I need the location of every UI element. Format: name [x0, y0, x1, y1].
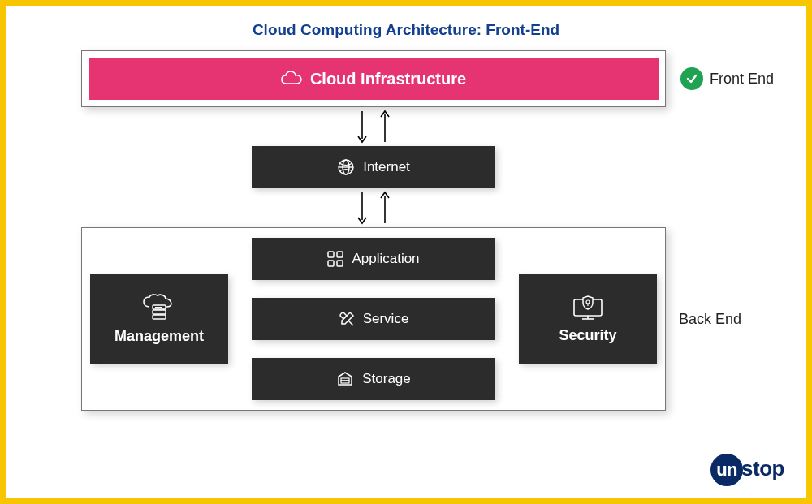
front-end-label: Front End [710, 71, 774, 88]
svg-rect-16 [337, 261, 343, 266]
diagram-frame: Cloud Computing Architecture: Front-End … [0, 0, 812, 504]
cloud-server-icon [141, 294, 177, 323]
internet-row: Internet [81, 146, 666, 188]
check-icon [680, 67, 703, 90]
svg-rect-19 [341, 381, 349, 383]
tools-icon [339, 311, 355, 327]
back-end-section: Management Application [81, 227, 666, 411]
cloud-infrastructure-box: Cloud Infrastructure [89, 58, 659, 100]
arrows-front-to-internet [81, 107, 666, 146]
brand-logo-text: stop [741, 456, 784, 480]
svg-rect-13 [328, 252, 334, 257]
arrow-up-icon [379, 191, 391, 225]
arrow-down-icon [356, 191, 368, 225]
back-end-label: Back End [666, 311, 741, 328]
management-box: Management [90, 274, 228, 364]
arrow-up-icon [379, 110, 391, 144]
storage-icon [336, 371, 354, 387]
back-end-row: Management Application [24, 227, 788, 411]
brand-logo: unstop [710, 454, 784, 486]
svg-line-17 [348, 321, 353, 325]
cloud-infrastructure-label: Cloud Infrastructure [310, 70, 466, 88]
front-end-row: Cloud Infrastructure Front End [24, 50, 788, 107]
globe-icon [337, 158, 355, 176]
apps-grid-icon [327, 251, 343, 267]
svg-rect-14 [337, 252, 343, 257]
svg-rect-15 [328, 261, 334, 266]
application-label: Application [352, 251, 419, 267]
back-center-stack: Application Service St [252, 238, 495, 400]
diagram-title: Cloud Computing Architecture: Front-End [24, 21, 788, 39]
arrows-internet-to-back [81, 188, 666, 227]
management-label: Management [114, 328, 204, 345]
service-box: Service [252, 298, 495, 340]
storage-box: Storage [252, 358, 495, 400]
front-end-side-label-group: Front End [680, 67, 774, 90]
cloud-icon [281, 71, 302, 87]
internet-label: Internet [363, 159, 410, 175]
security-label: Security [559, 327, 616, 344]
application-box: Application [252, 238, 495, 280]
arrow-down-icon [356, 110, 368, 144]
internet-box: Internet [252, 146, 495, 188]
shield-monitor-icon [571, 295, 605, 322]
security-box: Security [519, 274, 657, 364]
storage-label: Storage [362, 371, 411, 387]
brand-logo-circle: un [710, 454, 743, 486]
service-label: Service [363, 311, 409, 327]
front-end-section: Cloud Infrastructure [81, 50, 666, 107]
